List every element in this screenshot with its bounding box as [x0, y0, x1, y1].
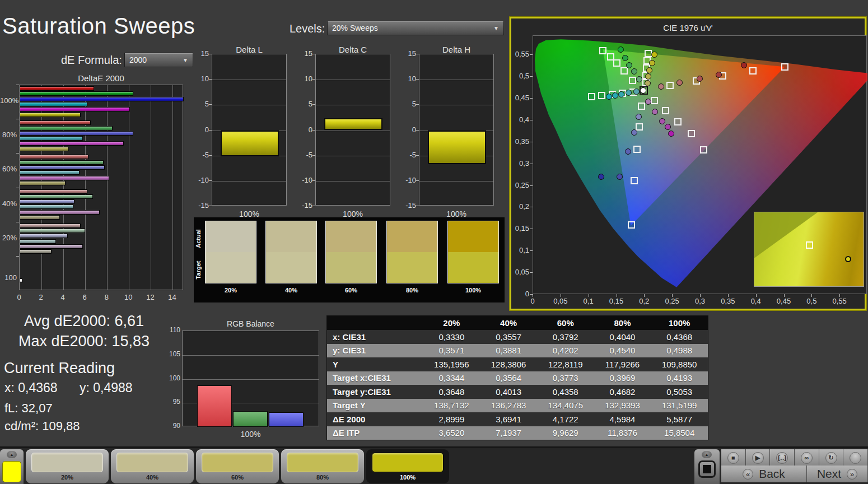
pattern-window-button[interactable] — [698, 460, 716, 478]
group-label: 100% — [0, 96, 17, 105]
group-label: 40% — [0, 199, 17, 208]
bar — [20, 176, 109, 180]
target-square-blue — [631, 177, 638, 184]
table-row: ΔE 20002,89993,69414,17224,59845,5877 — [327, 412, 708, 426]
axis-tick-label: 15 — [400, 49, 416, 58]
saturation-sweeps-screen: Saturation Sweeps dE Formula: 2000 ▼ Lev… — [0, 0, 868, 484]
axis-tick-label: 14 — [166, 293, 179, 301]
gridline — [316, 80, 390, 80]
cell-value: 122,8119 — [537, 360, 594, 369]
expand-up-button[interactable]: ▲ — [7, 451, 17, 458]
interval-button[interactable]: [‥] — [770, 449, 795, 466]
target-color — [206, 252, 256, 283]
patch-label: 100% — [447, 287, 499, 294]
inset-measured-dot — [845, 256, 851, 262]
axis-tick-label: 5 — [400, 100, 416, 108]
axis-tick-label: -10 — [193, 176, 209, 184]
play-icon: ▶ — [752, 452, 764, 464]
back-button[interactable]: « Back — [721, 466, 807, 482]
axis-tick — [16, 85, 19, 85]
axis-tick-label: 95 — [168, 398, 180, 406]
axis-tick — [530, 76, 533, 77]
sample-button-60%[interactable]: 60% — [196, 449, 279, 483]
delta-c-chart[interactable]: Delta C151050-5-10-15100% — [297, 45, 403, 221]
bar — [20, 224, 81, 228]
measure-button[interactable] — [843, 449, 868, 466]
y-axis-tick-label: 0,05 — [512, 268, 529, 276]
cell-value: 0,4013 — [480, 387, 537, 397]
cie-1976-chart-panel[interactable]: CIE 1976 u'v' — [510, 17, 866, 310]
axis-tick — [416, 104, 419, 105]
results-table: 20%40%60%80%100%x: CIE310,33300,35570,37… — [326, 315, 708, 440]
measured-dot-green — [622, 55, 628, 61]
current-fl-value: fL: 32,07 — [4, 401, 53, 416]
chevron-left-icon: « — [743, 469, 753, 480]
axis-tick-label: 6 — [78, 293, 91, 301]
delta-l-chart[interactable]: Delta L151050-5-10-15100% — [193, 45, 300, 221]
bar-green — [233, 411, 268, 427]
bar — [20, 97, 184, 101]
y-axis-tick-label: 0,15 — [512, 224, 529, 232]
y-axis-tick-label: 0,35 — [512, 137, 529, 146]
rgb-balance-chart[interactable]: RGB Balance9095100105110100% — [168, 319, 325, 440]
target-row-label: Target — [195, 253, 202, 287]
sample-button-100%[interactable]: 100% — [366, 449, 449, 483]
target-color — [266, 252, 316, 283]
continuous-button[interactable]: ∞ — [795, 449, 819, 466]
delta-h-chart[interactable]: Delta H151050-5-10-15100% — [400, 45, 507, 221]
loop-button[interactable]: ↻ — [819, 449, 844, 466]
expand-up-button[interactable]: ▲ — [702, 451, 712, 458]
axis-tick-label: 0 — [193, 125, 209, 134]
cell-value: 15,8504 — [651, 428, 708, 438]
color-patch — [447, 221, 499, 283]
axis-tick-label: 90 — [168, 422, 180, 430]
next-button[interactable]: Next » — [807, 466, 868, 482]
gridline — [419, 80, 493, 80]
cell-value: 0,3571 — [423, 346, 480, 355]
de-formula-dropdown[interactable]: 2000 ▼ — [124, 53, 193, 67]
gridline — [316, 131, 390, 131]
axis-tick — [312, 155, 315, 156]
cell-value: 0,4358 — [537, 387, 594, 397]
target-square-blue — [638, 103, 645, 110]
measured-dot-cyan — [633, 89, 640, 95]
gridline — [419, 181, 493, 182]
levels-dropdown[interactable]: 20% Sweeps ▼ — [327, 21, 504, 35]
sample-label: 80% — [281, 474, 364, 481]
measured-dot-green — [618, 46, 624, 53]
row-label: Target x:CIE31 — [327, 373, 423, 383]
measured-dot-red — [697, 76, 703, 82]
cell-value: 0,4540 — [594, 346, 651, 355]
deltae-2000-chart[interactable]: DeltaE 2000100%80%60%40%20%1000246810121… — [0, 73, 193, 309]
axis-tick-label: 0 — [297, 125, 312, 134]
bottom-control-bar: ▲ 20%40%60%80%100% ▲ ■▶[‥]∞↻ « Back Next… — [0, 446, 868, 484]
chart-title: RGB Balance — [182, 319, 319, 328]
axis-tick-label: 10 — [400, 75, 416, 83]
play-button[interactable]: ▶ — [746, 449, 771, 466]
row-label: Y — [327, 360, 423, 369]
stop-button[interactable]: ■ — [721, 449, 746, 466]
patch-label: 80% — [386, 287, 438, 294]
y-axis-tick-label: 0,2 — [512, 202, 529, 211]
axis-tick — [209, 155, 212, 156]
axis-tick-label: 100 — [168, 374, 180, 382]
bar-red — [197, 385, 232, 427]
continuous-icon: ∞ — [801, 452, 813, 464]
axis-tick — [312, 104, 315, 105]
axis-tick-label: 0 — [400, 125, 416, 134]
target-square-cyan — [588, 93, 595, 100]
target-square-blue — [628, 221, 635, 229]
measured-dot-cyan — [606, 94, 612, 100]
x-axis-tick-label: 0,55 — [830, 297, 848, 305]
axis-tick-label: -5 — [297, 151, 312, 159]
sample-button-80%[interactable]: 80% — [281, 449, 364, 483]
sample-color-swatch — [287, 453, 358, 472]
gridline — [212, 105, 286, 105]
sample-button-20%[interactable]: 20% — [26, 449, 109, 483]
actual-target-patch-panel[interactable]: ActualTarget20%40%60%80%100% — [194, 217, 505, 302]
axis-tick-label: 12 — [143, 293, 157, 301]
sample-button-40%[interactable]: 40% — [111, 449, 194, 483]
target-square-magenta — [700, 146, 707, 153]
bar — [20, 210, 100, 215]
axis-tick — [209, 104, 212, 105]
